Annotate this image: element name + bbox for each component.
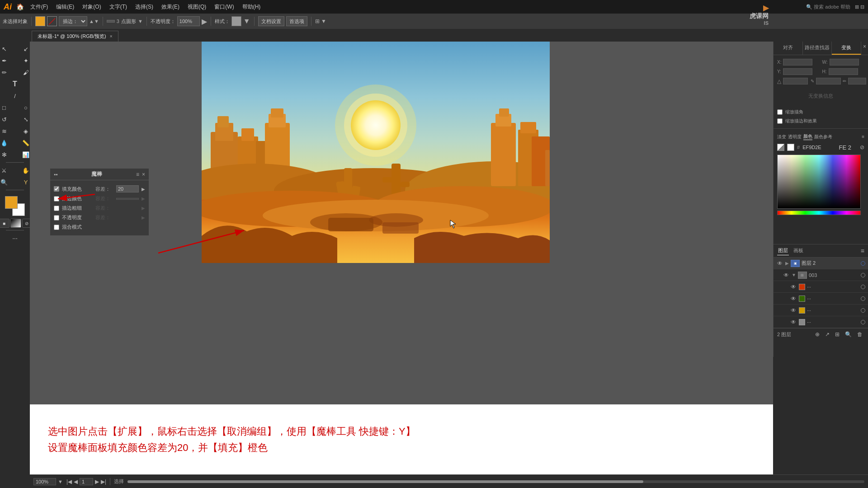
delete-layer-btn[interactable]: 🗑 [855,330,864,338]
menu-view[interactable]: 视图(Q) [184,2,210,12]
menu-window[interactable]: 窗口(W) [211,2,237,12]
red-circle[interactable] [861,285,865,289]
symbol-tool[interactable]: ✻ [0,149,14,160]
fill-color-swatch[interactable] [35,16,45,26]
pencil-tool[interactable]: ✏ [0,67,14,78]
more-tools-btn[interactable]: ··· [5,233,25,244]
layer2-eye-icon[interactable]: 👁 [776,260,783,267]
fill-color-checkbox[interactable] [54,186,59,192]
stroke-color-checkbox[interactable] [54,196,59,202]
document-tab[interactable]: 未标题-1* @ 100% (RGB/预览) × [32,31,118,42]
fill-tolerance-input[interactable] [116,185,139,192]
fade-label[interactable]: 淡变 [777,134,786,140]
measure-tool[interactable]: 📏 [15,137,36,148]
layer003-eye-icon[interactable]: 👁 [783,272,790,279]
eyedropper-tool[interactable]: 💧 [0,137,14,148]
shear-input[interactable] [816,78,841,84]
brush-tool[interactable]: 🖌 [15,67,36,78]
angle-input[interactable] [783,78,808,84]
menu-file[interactable]: 文件(F) [27,2,52,12]
ellipse-tool[interactable]: ○ [15,102,36,113]
arrange-icons[interactable]: ⊞ ▼ [315,18,326,24]
gradient-mode-btn[interactable] [10,219,21,228]
arrow-up-icon[interactable]: ▲▼ [89,19,99,24]
page-input[interactable] [80,478,93,485]
panel-toggle[interactable]: ⊞ ⊟ [855,4,864,10]
search-bar[interactable]: 🔍 搜索 adobe 帮助 [806,4,850,10]
prev-page-btn[interactable]: ◀ [74,479,78,485]
create-layer-btn[interactable]: ⊕ [813,330,821,338]
none-mode-btn[interactable]: ⊘ [22,219,31,228]
panel-options-icon[interactable]: ≡ [136,171,139,178]
preferences-btn[interactable]: 首选项 [286,16,307,26]
brush-size-selector[interactable]: 3 [117,19,119,24]
brush-arrow[interactable]: ▼ [138,19,143,24]
x-input[interactable] [783,59,812,66]
transform-tab[interactable]: 变换 [832,42,861,55]
scale-corners-checkbox[interactable] [777,109,783,115]
multi-eye-icon[interactable]: 👁 [790,319,797,326]
layer-color-yellow[interactable]: 👁 ··· [774,305,868,316]
panel-options-menu[interactable]: ≡ [862,134,864,139]
layers-menu-icon[interactable]: ≡ [861,247,864,254]
color-picker-dropper[interactable]: ⊘ [860,144,864,150]
yellow-eye-icon[interactable]: 👁 [790,307,797,314]
align-tab[interactable]: 对齐 [774,42,803,55]
scale-tool[interactable]: ⤡ [15,114,36,125]
multi-circle[interactable] [861,320,865,324]
panel-close-btn[interactable]: × [142,171,145,178]
text-tool[interactable]: ✦ [15,55,36,66]
color-reference-label[interactable]: 颜色参考 [814,134,832,140]
warp-tool[interactable]: ≋ [0,126,14,136]
layer-color-red[interactable]: 👁 ··· [774,281,868,293]
w-input[interactable] [830,59,859,66]
magic-wand-tool[interactable]: Y [15,177,36,188]
stroke-swatch[interactable] [47,16,57,26]
yellow-circle[interactable] [861,308,865,313]
home-icon[interactable]: 🏠 [16,3,24,10]
last-page-btn[interactable]: ▶| [101,479,106,485]
layer-color-multi[interactable]: 👁 ··· [774,316,868,328]
opacity-checkbox[interactable] [54,215,59,221]
style-arrow[interactable]: ▼ [243,17,250,25]
menu-edit[interactable]: 编辑(E) [52,2,78,12]
layer003-circle[interactable] [861,273,865,277]
style-swatch[interactable] [231,16,241,26]
layer-color-green[interactable]: 👁 ··· [774,293,868,305]
stroke-width-checkbox[interactable] [54,206,59,211]
rectangle-tool[interactable]: □ [0,102,14,113]
menu-help[interactable]: 帮助(H) [239,2,264,12]
text-tool-single[interactable]: T [5,79,25,89]
panel-close-right[interactable]: × [861,42,868,55]
selection-tool[interactable]: ↖ [0,43,14,54]
layer-003[interactable]: 👁 ▼ ▤ 003 [774,269,868,281]
tab-close-btn[interactable]: × [110,34,113,39]
blend-mode-select[interactable]: 插边： [59,16,87,26]
zoom-input[interactable] [33,478,56,485]
y-input[interactable] [783,68,812,75]
pathfinder-tab[interactable]: 路径查找器 [803,42,832,55]
line-tool[interactable]: / [5,90,25,101]
opacity-arrow[interactable]: ▶ [202,17,207,26]
rotate-tool[interactable]: ↺ [0,114,14,125]
scale-stroke-checkbox[interactable] [777,118,783,124]
graph-tool[interactable]: 📊 [15,149,36,160]
direct-selection-tool[interactable]: ↙ [15,43,36,54]
fill-chevron[interactable]: ▶ [142,187,145,192]
layers-tab[interactable]: 图层 [777,246,789,255]
red-eye-icon[interactable]: 👁 [790,283,797,291]
doc-settings-btn[interactable]: 文档设置 [258,16,284,26]
layer-group-2[interactable]: 👁 ▶ ▣ 图层 2 [774,258,868,269]
menu-object[interactable]: 对象(O) [79,2,104,12]
collect-in-new-layer-btn[interactable]: ⊞ [833,330,841,338]
hand-tool[interactable]: ✋ [15,165,36,176]
move-to-layer-btn[interactable]: ↗ [823,330,831,338]
artboard-tab[interactable]: 画板 [793,246,804,255]
h-input[interactable] [829,68,858,75]
opacity-input[interactable] [177,16,200,26]
layer003-expand-arrow[interactable]: ▼ [792,272,796,277]
blend-tool[interactable]: ◈ [15,126,36,136]
menu-text[interactable]: 文字(T) [106,2,131,12]
foreground-color-box[interactable] [5,196,18,209]
hue-slider[interactable] [777,211,861,215]
